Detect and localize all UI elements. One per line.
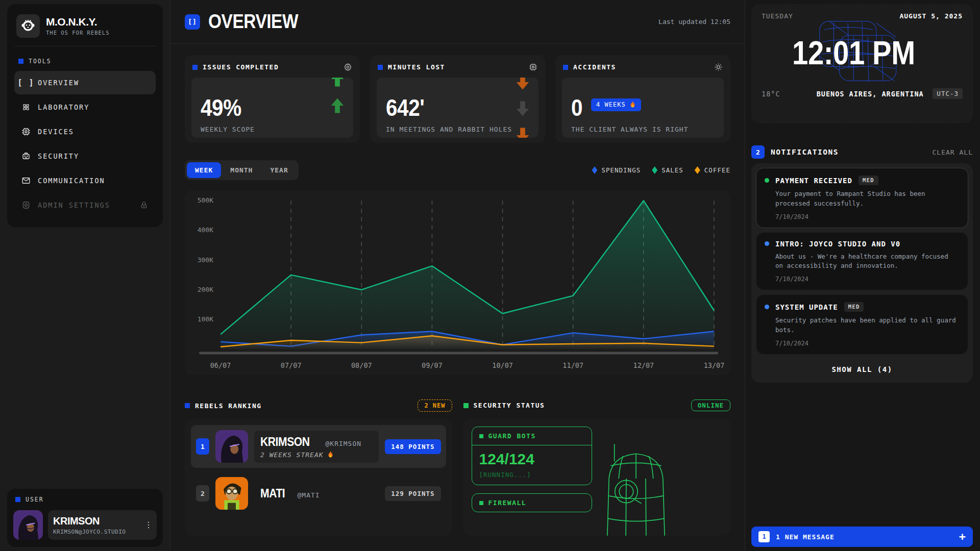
security-panel: GUARD BOTS 124/124 [RUNNING...] FIREWALL <box>463 418 731 536</box>
status-dot <box>765 178 769 183</box>
clock-day: TUESDAY <box>762 12 793 20</box>
card-marker <box>192 65 198 70</box>
svg-text:100K: 100K <box>198 315 213 323</box>
user-avatar[interactable] <box>13 510 43 540</box>
tab-year[interactable]: YEAR <box>262 162 296 178</box>
avatar-krimson <box>215 430 248 463</box>
section-marker <box>18 59 23 64</box>
new-message-bar[interactable]: 1 1 NEW MESSAGE + <box>751 527 973 547</box>
stat-title: MINUTES LOST <box>388 63 445 71</box>
stat-body: 642' IN MEETINGS AND RABBIT HOLES <box>377 78 538 138</box>
chart-canvas: 100K200K300K400K500K06/0707/0708/0709/07… <box>188 192 727 374</box>
overview-brackets-icon: [] <box>185 14 200 30</box>
timezone-badge: UTC-3 <box>933 88 963 99</box>
guard-bots-label: GUARD BOTS <box>488 432 536 440</box>
diamond-marker <box>695 166 700 174</box>
tools-section-label: TOOLS <box>14 54 156 71</box>
brackets-icon: [ ] <box>21 78 31 87</box>
rank-info: KRIMSON @KRIMSON 2 WEEKS STREAK <box>254 431 379 463</box>
notification-title: INTRO: JOYCO STUDIO AND V0 <box>775 240 900 248</box>
notification-title: SYSTEM UPDATE <box>775 303 838 311</box>
svg-text:400K: 400K <box>198 226 213 234</box>
lock-icon <box>139 201 149 210</box>
severity-badge: MED <box>844 302 864 312</box>
user-section-label: USER <box>13 495 157 505</box>
online-badge: ONLINE <box>691 399 730 411</box>
tab-week[interactable]: WEEK <box>187 162 221 178</box>
clear-all-button[interactable]: CLEAR ALL <box>933 148 973 156</box>
page-title: OVERVIEW <box>208 11 310 33</box>
spendings-sales-coffee-chart[interactable]: 100K200K300K400K500K06/0707/0708/0709/07… <box>185 190 730 375</box>
section-marker <box>15 497 20 502</box>
streak-badge: 4 WEEKS <box>591 98 641 111</box>
trend-down-arrows <box>515 78 530 138</box>
ranking-row-1[interactable]: 1 KRIMSON @KRIMSON <box>191 425 446 468</box>
svg-text:09/07: 09/07 <box>422 361 443 369</box>
notification-card-3[interactable]: SYSTEM UPDATE MED Security patches have … <box>756 295 968 354</box>
sidebar-item-devices[interactable]: DEVICES <box>14 120 156 143</box>
trend-up-arrows <box>330 78 345 114</box>
legend-spendings: SPENDINGS <box>592 166 641 174</box>
stat-value: 49% <box>201 96 344 119</box>
stat-value: 642' <box>386 96 529 119</box>
app-subtitle: THE OS FOR REBELS <box>46 30 109 36</box>
notification-date: 7/10/2024 <box>775 213 960 220</box>
status-marker <box>479 434 483 438</box>
notification-body: Your payment to Rampant Studio has been … <box>775 189 959 209</box>
sidebar-item-laboratory[interactable]: LABORATORY <box>14 95 156 119</box>
rank-number: 1 <box>196 438 209 455</box>
points-badge: 148 POINTS <box>385 439 440 454</box>
gear-icon[interactable] <box>344 63 352 71</box>
svg-text:07/07: 07/07 <box>281 361 302 369</box>
points-badge: 129 POINTS <box>385 486 440 501</box>
mail-icon <box>21 176 31 185</box>
firewall-label: FIREWALL <box>488 499 527 507</box>
stat-card-accidents: ACCIDENTS 04 WEEKS THE CLIENT ALWAYS IS … <box>555 55 730 143</box>
svg-text:11/07: 11/07 <box>562 361 583 369</box>
notification-title: PAYMENT RECEIVED <box>775 177 852 185</box>
ranking-title: REBELS RANKING <box>195 402 262 410</box>
app-title: M.O.N.K.Y. <box>46 16 109 28</box>
notification-card-2[interactable]: INTRO: JOYCO STUDIO AND V0 About us - We… <box>756 233 968 290</box>
stat-title: ACCIDENTS <box>573 63 616 71</box>
sun-icon[interactable] <box>714 63 723 71</box>
stat-body: 04 WEEKS THE CLIENT ALWAYS IS RIGHT <box>562 78 724 138</box>
status-marker <box>479 501 483 505</box>
rank-name: KRIMSON <box>260 435 316 448</box>
rank-streak: 2 WEEKS STREAK <box>260 451 373 459</box>
show-all-button[interactable]: SHOW ALL (4) <box>756 359 968 378</box>
rank-name: MATI <box>260 486 288 500</box>
chart-legend: SPENDINGS SALES COFFEE <box>592 166 730 174</box>
cpu-icon[interactable] <box>529 63 537 71</box>
svg-text:10/07: 10/07 <box>492 361 513 369</box>
card-marker <box>378 65 383 70</box>
ranking-panel: 1 KRIMSON @KRIMSON <box>185 419 452 536</box>
app-logo: M.O.N.K.Y. THE OS FOR REBELS <box>14 11 156 46</box>
sidebar-item-overview[interactable]: [ ] OVERVIEW <box>14 71 156 94</box>
ranking-row-2[interactable]: 2 MATI <box>191 472 446 515</box>
left-sidebar: M.O.N.K.Y. THE OS FOR REBELS TOOLS [ ] O… <box>0 0 170 551</box>
notification-date: 7/10/2024 <box>775 340 960 347</box>
svg-text:500K: 500K <box>198 196 213 204</box>
notification-card-1[interactable]: PAYMENT RECEIVED MED Your payment to Ram… <box>756 168 968 228</box>
svg-text:300K: 300K <box>198 256 213 264</box>
stat-title: ISSUES COMPLETED <box>203 63 279 71</box>
card-marker <box>563 65 568 70</box>
sidebar-item-security[interactable]: SECURITY <box>14 144 156 168</box>
notification-date: 7/10/2024 <box>775 276 960 283</box>
tab-month[interactable]: MONTH <box>222 162 261 178</box>
notifications-panel: PAYMENT RECEIVED MED Your payment to Ram… <box>751 163 973 383</box>
user-info[interactable]: KRIMSON KRIMSON@JOYCO.STUDIO ⋮ <box>48 510 157 540</box>
robot-icon <box>21 152 31 161</box>
severity-badge: MED <box>859 176 878 185</box>
stat-card-minutes-lost: MINUTES LOST 642' IN MEETINGS AND RABBIT… <box>370 55 545 143</box>
sidebar-item-admin-settings[interactable]: ADMIN SETTINGS <box>14 193 156 217</box>
notifications-header: 2 NOTIFICATIONS CLEAR ALL <box>751 145 973 159</box>
plus-icon[interactable]: + <box>959 531 966 542</box>
svg-text:13/07: 13/07 <box>704 361 725 369</box>
security-status-section: SECURITY STATUS ONLINE GUARD BOTS 124/12… <box>463 399 731 536</box>
rank-handle: @KRIMSON <box>325 440 361 447</box>
sidebar-item-communication[interactable]: COMMUNICATION <box>14 169 156 192</box>
user-menu-icon[interactable]: ⋮ <box>144 523 152 527</box>
tools-panel: M.O.N.K.Y. THE OS FOR REBELS TOOLS [ ] O… <box>7 4 163 227</box>
